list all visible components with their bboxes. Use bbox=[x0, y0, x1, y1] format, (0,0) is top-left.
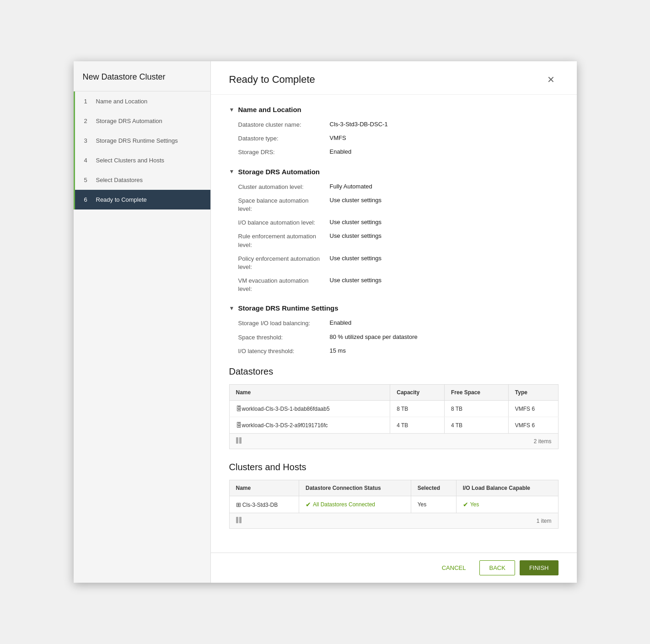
table-column-header: Free Space bbox=[444, 385, 508, 401]
step-number: 3 bbox=[84, 137, 91, 144]
field-row: Rule enforcement automation level:Use cl… bbox=[229, 232, 559, 249]
field-label: Cluster automation level: bbox=[238, 183, 330, 191]
storage-drs-automation-header: ▼ Storage DRS Automation bbox=[229, 168, 559, 176]
sidebar-item-label: Select Clusters and Hosts bbox=[96, 157, 165, 164]
check-circle-icon: ✔ bbox=[306, 501, 311, 508]
step-number: 6 bbox=[84, 196, 91, 203]
field-label: Rule enforcement automation level: bbox=[238, 232, 330, 249]
table-column-header: Datastore Connection Status bbox=[299, 480, 411, 496]
field-value: Use cluster settings bbox=[330, 255, 559, 271]
table-column-header: Name bbox=[229, 385, 390, 401]
section-title-runtime: Storage DRS Runtime Settings bbox=[238, 304, 338, 312]
cluster-icon bbox=[236, 502, 241, 508]
check-circle-icon-io: ✔ bbox=[463, 501, 468, 508]
storage-drs-runtime-header: ▼ Storage DRS Runtime Settings bbox=[229, 304, 559, 312]
field-label: Space threshold: bbox=[238, 333, 330, 342]
sidebar-item-select-datastores[interactable]: 5Select Datastores bbox=[74, 170, 210, 190]
table-column-header: Type bbox=[508, 385, 558, 401]
storage-drs-automation-section: ▼ Storage DRS Automation Cluster automat… bbox=[229, 168, 559, 294]
datastore-icon bbox=[236, 406, 242, 412]
sidebar-item-name-location[interactable]: 1Name and Location bbox=[74, 91, 210, 111]
clusters-count: 1 item bbox=[537, 518, 552, 524]
datastore-type: VMFS 6 bbox=[508, 401, 558, 417]
field-row: Space balance automation level:Use clust… bbox=[229, 197, 559, 213]
sidebar-item-label: Select Datastores bbox=[96, 177, 143, 183]
field-value: 15 ms bbox=[330, 347, 559, 355]
cluster-selected: Yes bbox=[411, 496, 456, 513]
table-row: Cls-3-Std3-DB ✔All Datastores Connected … bbox=[229, 496, 558, 513]
chevron-icon-automation[interactable]: ▼ bbox=[229, 168, 235, 175]
field-value: VMFS bbox=[330, 134, 559, 143]
field-label: I/O latency threshold: bbox=[238, 347, 330, 355]
finish-button[interactable]: FINISH bbox=[520, 560, 559, 575]
field-row: I/O latency threshold:15 ms bbox=[229, 347, 559, 355]
field-label: VM evacuation automation level: bbox=[238, 277, 330, 293]
step-number: 1 bbox=[84, 98, 91, 105]
clusters-hosts-section: Clusters and Hosts NameDatastore Connect… bbox=[229, 462, 559, 529]
columns-icon-clusters bbox=[236, 517, 242, 525]
status-connected: ✔All Datastores Connected bbox=[306, 501, 404, 508]
field-label: Datastore cluster name: bbox=[238, 121, 330, 129]
field-label: Storage DRS: bbox=[238, 148, 330, 156]
field-value: Enabled bbox=[330, 319, 559, 327]
datastores-section: Datastores NameCapacityFree SpaceType wo… bbox=[229, 366, 559, 449]
dialog-footer: CANCEL BACK FINISH bbox=[211, 553, 577, 583]
sidebar-item-storage-drs-automation[interactable]: 2Storage DRS Automation bbox=[74, 111, 210, 131]
cluster-name: Cls-3-Std3-DB bbox=[229, 496, 299, 513]
chevron-icon[interactable]: ▼ bbox=[229, 107, 235, 113]
step-number: 4 bbox=[84, 157, 91, 164]
table-column-header: I/O Load Balance Capable bbox=[456, 480, 558, 496]
sidebar-item-label: Storage DRS Automation bbox=[96, 118, 162, 124]
sidebar: New Datastore Cluster 1Name and Location… bbox=[74, 61, 211, 583]
datastores-table: NameCapacityFree SpaceType workload-Cls-… bbox=[229, 384, 559, 434]
table-column-header: Name bbox=[229, 480, 299, 496]
table-column-header: Capacity bbox=[390, 385, 445, 401]
close-button[interactable]: ✕ bbox=[543, 72, 559, 87]
sidebar-item-storage-drs-runtime[interactable]: 3Storage DRS Runtime Settings bbox=[74, 131, 210, 150]
field-label: Datastore type: bbox=[238, 134, 330, 143]
main-content: Ready to Complete ✕ ▼ Name and Location … bbox=[211, 61, 577, 583]
page-title: Ready to Complete bbox=[229, 74, 315, 86]
clusters-hosts-title: Clusters and Hosts bbox=[229, 462, 559, 472]
field-row: Storage I/O load balancing:Enabled bbox=[229, 319, 559, 327]
table-row: workload-Cls-3-DS-2-a9f0191716fc 4 TB 4 … bbox=[229, 417, 558, 434]
main-header: Ready to Complete ✕ bbox=[211, 61, 577, 95]
datastore-icon bbox=[236, 422, 242, 429]
name-and-location-section: ▼ Name and Location Datastore cluster na… bbox=[229, 106, 559, 157]
datastores-title: Datastores bbox=[229, 366, 559, 377]
storage-drs-runtime-section: ▼ Storage DRS Runtime Settings Storage I… bbox=[229, 304, 559, 355]
field-value: 80 % utilized space per datastore bbox=[330, 333, 559, 342]
field-row: Datastore cluster name:Cls-3-Std3-DB-DSC… bbox=[229, 121, 559, 129]
clusters-hosts-table: NameDatastore Connection StatusSelectedI… bbox=[229, 480, 559, 513]
sidebar-item-select-clusters-hosts[interactable]: 4Select Clusters and Hosts bbox=[74, 150, 210, 170]
datastore-capacity: 8 TB bbox=[390, 401, 445, 417]
columns-icon bbox=[236, 437, 242, 445]
sidebar-item-label: Name and Location bbox=[96, 98, 148, 105]
field-label: I/O balance automation level: bbox=[238, 219, 330, 227]
datastore-capacity: 4 TB bbox=[390, 417, 445, 434]
field-value: Use cluster settings bbox=[330, 277, 559, 293]
name-and-location-header: ▼ Name and Location bbox=[229, 106, 559, 113]
field-row: Policy enforcement automation level:Use … bbox=[229, 255, 559, 271]
field-label: Space balance automation level: bbox=[238, 197, 330, 213]
chevron-icon-runtime[interactable]: ▼ bbox=[229, 305, 235, 311]
field-value: Use cluster settings bbox=[330, 232, 559, 249]
field-value: Use cluster settings bbox=[330, 219, 559, 227]
section-title: Name and Location bbox=[238, 106, 301, 113]
section-title-automation: Storage DRS Automation bbox=[238, 168, 320, 176]
datastores-count: 2 items bbox=[534, 438, 552, 445]
datastore-name: workload-Cls-3-DS-2-a9f0191716fc bbox=[229, 417, 390, 434]
cancel-button[interactable]: CANCEL bbox=[433, 560, 475, 575]
datastore-free-space: 8 TB bbox=[444, 401, 508, 417]
field-row: Datastore type:VMFS bbox=[229, 134, 559, 143]
io-capable-status: ✔Yes bbox=[463, 501, 552, 508]
main-body: ▼ Name and Location Datastore cluster na… bbox=[211, 95, 577, 553]
back-button[interactable]: BACK bbox=[479, 560, 515, 575]
field-value: Fully Automated bbox=[330, 183, 559, 191]
dialog-title: New Datastore Cluster bbox=[74, 61, 210, 91]
cluster-connection-status: ✔All Datastores Connected bbox=[299, 496, 411, 513]
datastore-name: workload-Cls-3-DS-1-bdab86fdaab5 bbox=[229, 401, 390, 417]
clusters-table-footer: 1 item bbox=[229, 513, 559, 529]
field-row: VM evacuation automation level:Use clust… bbox=[229, 277, 559, 293]
sidebar-item-ready-to-complete[interactable]: 6Ready to Complete bbox=[74, 190, 210, 209]
